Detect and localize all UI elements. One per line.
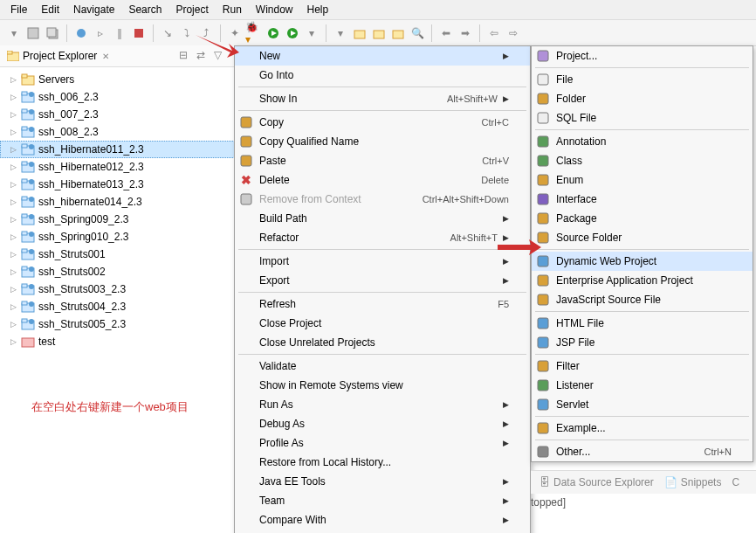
expand-icon[interactable]: ▷ <box>9 93 17 101</box>
menu-item-show-in-remote-systems-view[interactable]: Show in Remote Systems view <box>235 376 530 395</box>
tree-item-ssh-struts005-2-3[interactable]: ▷ssh_Struts005_2.3 <box>0 315 235 333</box>
run-icon[interactable] <box>265 24 282 42</box>
expand-icon[interactable]: ▷ <box>9 320 17 329</box>
ext-tools-icon[interactable]: ▾ <box>303 24 320 42</box>
tree-item-test[interactable]: ▷test <box>0 333 235 350</box>
menu-item-javascript-source-file[interactable]: JavaScript Source File <box>532 290 753 309</box>
expand-icon[interactable]: ▷ <box>9 110 17 119</box>
menu-item-export[interactable]: Export▶ <box>235 271 530 290</box>
tree-item-ssh-struts001[interactable]: ▷ssh_Struts001 <box>0 246 235 263</box>
tab-snippets[interactable]: 📄Snippets <box>664 476 722 488</box>
menu-item-go-into[interactable]: Go Into <box>235 66 530 85</box>
menu-item-debug-as[interactable]: Debug As▶ <box>235 414 530 433</box>
menu-item-jsp-file[interactable]: JSP File <box>532 333 753 352</box>
tab-data-source-explorer[interactable]: 🗄Data Source Explorer <box>540 476 654 488</box>
suspend-icon[interactable]: ‖ <box>111 24 128 42</box>
menu-item-html-file[interactable]: HTML File <box>532 314 753 333</box>
save-all-icon[interactable] <box>44 24 61 42</box>
menu-item-team[interactable]: Team▶ <box>235 491 530 510</box>
menu-item-annotation[interactable]: Annotation <box>532 132 753 151</box>
save-icon[interactable] <box>24 24 42 42</box>
menu-window[interactable]: Window <box>251 2 299 17</box>
menu-item-dynamic-web-project[interactable]: Dynamic Web Project <box>532 252 753 271</box>
tree-item-ssh-007-2-3[interactable]: ▷ssh_007_2.3 <box>0 106 235 123</box>
tab-console[interactable]: C <box>732 476 739 488</box>
menu-help[interactable]: Help <box>302 2 334 17</box>
menu-item-close-unrelated-projects[interactable]: Close Unrelated Projects <box>235 333 530 352</box>
menu-item-listener[interactable]: Listener <box>532 376 753 395</box>
menu-item-project-[interactable]: Project... <box>532 46 753 66</box>
menu-item-import[interactable]: Import▶ <box>235 252 530 271</box>
menu-item-filter[interactable]: Filter <box>532 356 753 376</box>
expand-icon[interactable]: ▷ <box>9 145 17 154</box>
tree-item-ssh-spring010-2-3[interactable]: ▷ssh_Spring010_2.3 <box>0 228 235 246</box>
menu-navigate[interactable]: Navigate <box>68 2 120 17</box>
debug-icon[interactable]: 🐞▾ <box>245 24 263 42</box>
expand-icon[interactable]: ▷ <box>9 75 17 84</box>
menu-item-copy-qualified-name[interactable]: Copy Qualified Name <box>235 132 530 151</box>
tree-item-ssh-hibernate011-2-3[interactable]: ▷ssh_Hibernate011_2.3 <box>0 141 235 158</box>
expand-icon[interactable]: ▷ <box>9 285 17 294</box>
step-into-icon[interactable]: ↘ <box>159 24 176 42</box>
menu-item-source-folder[interactable]: Source Folder <box>532 228 753 247</box>
new-icon[interactable]: ▾ <box>5 24 23 42</box>
menu-item-java-ee-tools[interactable]: Java EE Tools▶ <box>235 472 530 491</box>
menu-item-compare-with[interactable]: Compare With▶ <box>235 510 530 530</box>
expand-icon[interactable]: ▷ <box>9 267 17 276</box>
tree-item-ssh-spring009-2-3[interactable]: ▷ssh_Spring009_2.3 <box>0 211 235 228</box>
tree-item-ssh-hibernate013-2-3[interactable]: ▷ssh_Hibernate013_2.3 <box>0 176 235 193</box>
tree-item-ssh-struts004-2-3[interactable]: ▷ssh_Struts004_2.3 <box>0 298 235 315</box>
menu-item-other-[interactable]: Other...Ctrl+N <box>532 442 753 461</box>
new-file-icon[interactable] <box>370 24 388 42</box>
back-icon[interactable]: ⇦ <box>485 24 503 42</box>
menu-project[interactable]: Project <box>170 2 213 17</box>
menu-item-example-[interactable]: Example... <box>532 419 753 438</box>
menu-item-class[interactable]: Class <box>532 151 753 170</box>
tree-item-ssh-008-2-3[interactable]: ▷ssh_008_2.3 <box>0 123 235 141</box>
forward-icon[interactable]: ⇨ <box>505 24 522 42</box>
menu-item-validate[interactable]: Validate <box>235 356 530 376</box>
menu-item-paste[interactable]: PasteCtrl+V <box>235 151 530 170</box>
tree-item-ssh-struts003-2-3[interactable]: ▷ssh_Struts003_2.3 <box>0 280 235 298</box>
menu-item-new[interactable]: New▶ <box>235 46 530 66</box>
expand-icon[interactable]: ▷ <box>9 215 17 224</box>
menu-item-build-path[interactable]: Build Path▶ <box>235 209 530 228</box>
tree-item-ssh-hibernate014-2-3[interactable]: ▷ssh_hibernate014_2.3 <box>0 193 235 211</box>
menu-edit[interactable]: Edit <box>36 2 65 17</box>
menu-item-delete[interactable]: ✖DeleteDelete <box>235 170 530 190</box>
menu-item-restore-from-local-history-[interactable]: Restore from Local History... <box>235 453 530 472</box>
collapse-all-icon[interactable]: ⊟ <box>179 49 193 63</box>
expand-icon[interactable]: ▷ <box>9 128 17 136</box>
new-server-icon[interactable]: ▾ <box>332 24 349 42</box>
menu-run[interactable]: Run <box>217 2 247 17</box>
menu-item-refactor[interactable]: RefactorAlt+Shift+T▶ <box>235 228 530 247</box>
expand-icon[interactable]: ▷ <box>9 163 17 171</box>
project-tree[interactable]: ▷Servers▷ssh_006_2.3▷ssh_007_2.3▷ssh_008… <box>0 67 235 354</box>
menu-item-copy[interactable]: CopyCtrl+C <box>235 113 530 132</box>
nav-next-icon[interactable]: ➡ <box>457 24 474 42</box>
tree-item-ssh-006-2-3[interactable]: ▷ssh_006_2.3 <box>0 88 235 106</box>
menu-item-refresh[interactable]: RefreshF5 <box>235 294 530 314</box>
tree-item-ssh-hibernate012-2-3[interactable]: ▷ssh_Hibernate012_2.3 <box>0 158 235 176</box>
step-over-icon[interactable]: ⤵ <box>178 24 196 42</box>
menu-item-sql-file[interactable]: SQL File <box>532 108 753 128</box>
menu-item-enterprise-application-project[interactable]: Enterprise Application Project <box>532 271 753 290</box>
close-view-icon[interactable]: ✕ <box>102 52 109 61</box>
run-last-icon[interactable] <box>284 24 301 42</box>
menu-item-package[interactable]: Package <box>532 209 753 228</box>
menu-item-folder[interactable]: Folder <box>532 89 753 108</box>
search-icon[interactable]: 🔍 <box>409 24 426 42</box>
expand-icon[interactable]: ▷ <box>9 302 17 311</box>
new-package-icon[interactable] <box>351 24 368 42</box>
resume-icon[interactable]: ▹ <box>92 24 109 42</box>
menu-search[interactable]: Search <box>123 2 167 17</box>
menu-file[interactable]: File <box>5 2 32 17</box>
menu-item-interface[interactable]: Interface <box>532 190 753 209</box>
expand-icon[interactable]: ▷ <box>9 337 17 346</box>
menu-item-enum[interactable]: Enum <box>532 170 753 190</box>
menu-item-configure[interactable]: Configure▶ <box>235 530 530 533</box>
new-folder-icon[interactable] <box>389 24 407 42</box>
terminate-icon[interactable] <box>130 24 148 42</box>
menu-item-servlet[interactable]: Servlet <box>532 395 753 414</box>
expand-icon[interactable]: ▷ <box>9 197 17 206</box>
